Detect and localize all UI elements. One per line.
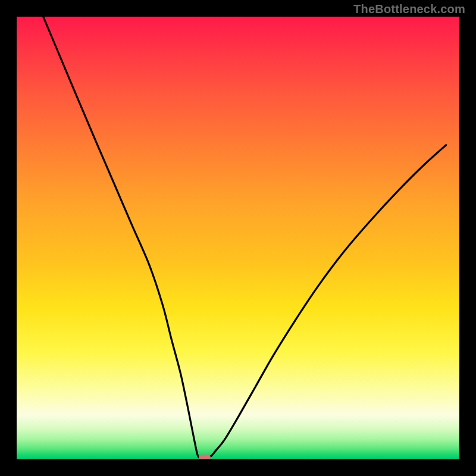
watermark-text: TheBottleneck.com [353,2,465,16]
minimum-marker [199,455,211,459]
curve-svg [17,17,459,459]
chart-frame: TheBottleneck.com [0,0,476,476]
bottleneck-curve [43,17,446,458]
plot-area [17,17,459,459]
